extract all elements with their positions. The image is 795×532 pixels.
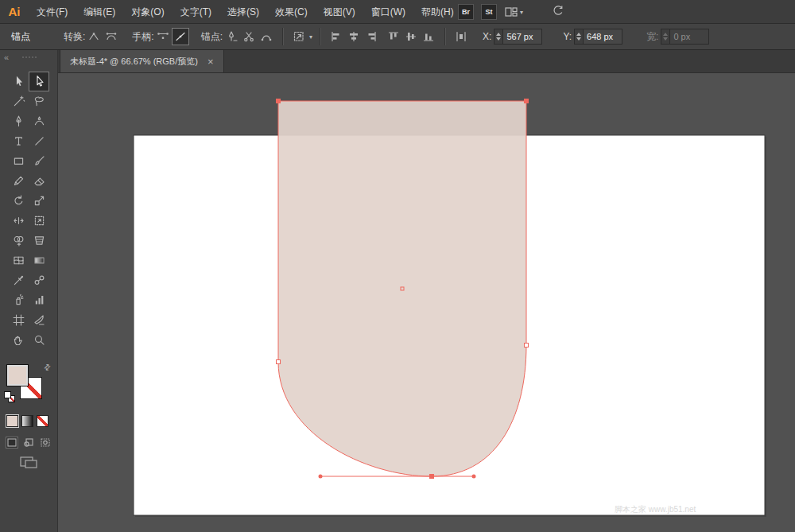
swap-fill-stroke-icon[interactable]: ⇄ <box>41 362 52 373</box>
magic-wand-icon <box>12 95 25 108</box>
stepper-down-icon[interactable] <box>576 37 581 41</box>
stepper-up-icon[interactable] <box>576 33 581 36</box>
distribute-spacing-button[interactable] <box>452 28 470 45</box>
connect-endpoints-button[interactable] <box>258 28 275 45</box>
bezier-handle-point[interactable] <box>472 475 476 479</box>
pencil-icon <box>12 174 25 188</box>
scissors-icon <box>242 30 255 43</box>
chevron-down-icon[interactable]: ▾ <box>309 33 312 41</box>
anchor-point[interactable] <box>430 475 434 479</box>
artboard-tool[interactable] <box>8 310 29 330</box>
bezier-handle-point[interactable] <box>319 475 323 479</box>
direct-selection-tool[interactable] <box>29 72 49 91</box>
menu-item-3[interactable]: 文字(T) <box>173 0 219 24</box>
lasso-tool[interactable] <box>29 91 49 111</box>
anchor-point[interactable] <box>277 99 281 103</box>
stepper-up-icon[interactable] <box>496 33 501 36</box>
selection-tool[interactable] <box>8 72 29 91</box>
show-handles-button[interactable] <box>154 28 172 45</box>
align-bottom-button[interactable] <box>420 28 437 45</box>
align-top-button[interactable] <box>385 28 402 45</box>
sync-settings-button[interactable] <box>551 4 565 20</box>
menu-item-4[interactable]: 选择(S) <box>219 0 267 24</box>
stepper-down-icon[interactable] <box>496 37 501 41</box>
y-input[interactable] <box>583 29 622 45</box>
anchor-point[interactable] <box>525 99 529 103</box>
zoom-tool[interactable] <box>29 330 49 350</box>
blend-icon <box>33 274 46 287</box>
workspace-switcher-button[interactable]: ▾ <box>504 6 523 18</box>
mesh-tool[interactable] <box>8 250 29 270</box>
align-middle-v-button[interactable] <box>402 28 420 45</box>
convert-to-smooth-button[interactable] <box>103 28 120 45</box>
selected-shape-path[interactable] <box>278 101 526 476</box>
align-right-button[interactable] <box>363 28 380 45</box>
none-button[interactable] <box>37 415 48 427</box>
menu-item-5[interactable]: 效果(C) <box>267 0 316 24</box>
draw-inside-button[interactable] <box>39 437 52 449</box>
menu-item-7[interactable]: 窗口(W) <box>363 0 413 24</box>
scale-tool[interactable] <box>29 191 49 211</box>
x-label: X: <box>483 31 491 42</box>
menu-item-0[interactable]: 文件(F) <box>29 0 76 24</box>
hide-handles-button[interactable] <box>172 28 189 45</box>
eraser-tool[interactable] <box>29 171 49 191</box>
symbol-sprayer-tool[interactable] <box>8 290 29 310</box>
anchor-point[interactable] <box>525 344 529 348</box>
anchors-label: 锚点: <box>201 30 223 44</box>
panel-grip[interactable] <box>22 56 37 58</box>
screen-mode-button[interactable] <box>19 456 38 472</box>
convert-to-corner-button[interactable] <box>85 28 103 45</box>
canvas-svg[interactable]: 脚本之家 www.jb51.net <box>58 73 795 532</box>
pen-tool[interactable] <box>8 111 29 131</box>
color-button[interactable] <box>6 415 18 427</box>
fill-color-swatch[interactable] <box>6 364 29 386</box>
type-tool[interactable] <box>8 131 29 151</box>
menu-item-1[interactable]: 编辑(E) <box>76 0 123 24</box>
remove-anchor-button[interactable] <box>223 28 240 45</box>
paintbrush-tool[interactable] <box>29 151 49 171</box>
free-transform-tool[interactable] <box>29 211 49 231</box>
draw-behind-button[interactable] <box>22 437 35 449</box>
perspective-grid-tool[interactable] <box>29 231 49 250</box>
y-stepper[interactable] <box>574 29 583 45</box>
eyedropper-tool[interactable] <box>8 270 29 290</box>
curvature-tool[interactable] <box>29 111 49 131</box>
pencil-tool[interactable] <box>8 171 29 191</box>
menu-item-2[interactable]: 对象(O) <box>123 0 172 24</box>
default-fill-stroke-icon[interactable] <box>4 391 15 402</box>
x-input[interactable] <box>502 29 542 45</box>
menu-item-8[interactable]: 帮助(H) <box>413 0 462 24</box>
collapse-panel-button[interactable]: « <box>4 52 8 62</box>
hand-tool[interactable] <box>8 330 29 350</box>
bridge-button[interactable]: Br <box>458 4 474 20</box>
align-left-button[interactable] <box>328 28 345 45</box>
rectangle-tool[interactable] <box>8 151 29 171</box>
width-tool[interactable] <box>8 211 29 231</box>
draw-normal-button[interactable] <box>6 437 18 449</box>
menu-item-6[interactable]: 视图(V) <box>316 0 363 24</box>
anchor-point[interactable] <box>277 360 281 364</box>
rotate-tool[interactable] <box>8 191 29 211</box>
draw-behind-icon <box>23 437 34 448</box>
column-graph-tool[interactable] <box>29 290 49 310</box>
x-stepper[interactable] <box>494 29 502 45</box>
gradient-button[interactable] <box>21 415 33 427</box>
isolate-object-button[interactable] <box>290 28 308 45</box>
document-tab[interactable]: 未标题-4* @ 66.67% (RGB/预览) × <box>60 50 224 72</box>
canvas-area[interactable]: 脚本之家 www.jb51.net <box>58 73 795 532</box>
hand-icon <box>12 333 25 347</box>
document-tab-bar: 未标题-4* @ 66.67% (RGB/预览) × <box>58 50 795 73</box>
line-segment-tool[interactable] <box>29 131 49 151</box>
gradient-tool[interactable] <box>29 250 49 270</box>
slice-tool[interactable] <box>29 310 49 330</box>
width-label: 宽: <box>646 30 658 44</box>
stock-button[interactable]: St <box>481 4 497 20</box>
magic-wand-tool[interactable] <box>8 91 29 111</box>
separator <box>282 28 283 45</box>
shape-builder-tool[interactable] <box>8 231 29 250</box>
blend-tool[interactable] <box>29 270 49 290</box>
cut-path-button[interactable] <box>240 28 258 45</box>
align-center-h-button[interactable] <box>345 28 363 45</box>
tab-close-icon[interactable]: × <box>207 56 214 67</box>
